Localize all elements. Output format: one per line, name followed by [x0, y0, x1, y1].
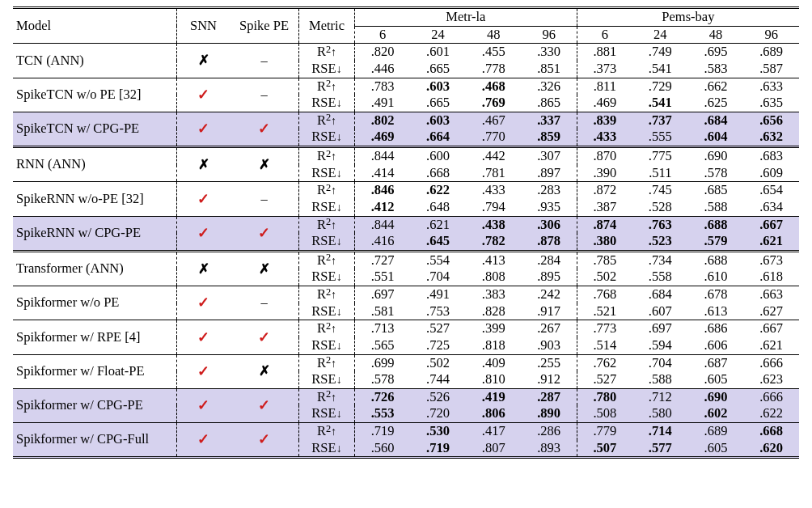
value-cell: .778	[466, 61, 522, 78]
value-cell: .704	[410, 269, 466, 286]
pe-cell: ✓	[230, 320, 299, 354]
cross-icon: ✗	[198, 157, 209, 172]
metric-r2: R2↑	[317, 389, 336, 404]
value-cell: .621	[410, 216, 466, 233]
col-metric: Metric	[299, 8, 355, 44]
value-cell: .780	[577, 388, 632, 405]
value-cell: .283	[522, 182, 577, 199]
value-cell: .851	[522, 61, 577, 78]
model-name: Spikformer w/ CPG-Full	[13, 423, 177, 458]
snn-cell: ✓	[177, 354, 230, 388]
value-cell: .719	[355, 423, 411, 440]
value-cell: .714	[632, 423, 688, 440]
value-cell: .667	[743, 216, 799, 233]
pe-cell: ✓	[230, 388, 299, 422]
value-cell: .654	[743, 182, 799, 199]
value-cell: .560	[355, 440, 411, 458]
value-cell: .775	[632, 147, 688, 165]
value-cell: .558	[632, 269, 688, 286]
check-icon: ✓	[197, 191, 209, 207]
metric-cell: R2↑	[299, 286, 355, 303]
pe-cell: –	[230, 182, 299, 216]
value-cell: .783	[355, 78, 411, 95]
value-cell: .635	[743, 95, 799, 112]
value-cell: .802	[355, 112, 411, 129]
check-icon: ✓	[197, 225, 209, 241]
value-cell: .872	[577, 182, 632, 199]
value-cell: .720	[410, 405, 466, 422]
snn-cell: ✓	[177, 388, 230, 422]
metric-r2: R2↑	[317, 320, 336, 336]
value-cell: .551	[355, 269, 411, 286]
value-cell: .846	[355, 182, 411, 199]
metric-rse: RSE↓	[311, 303, 341, 319]
value-cell: .770	[466, 129, 522, 146]
col-horizon: 6	[577, 26, 632, 44]
value-cell: .609	[743, 165, 799, 182]
snn-cell: ✓	[177, 286, 230, 320]
metric-cell: R2↑	[299, 44, 355, 61]
snn-cell: ✓	[177, 423, 230, 458]
value-cell: .618	[743, 269, 799, 286]
value-cell: .768	[577, 286, 632, 303]
value-cell: .734	[632, 251, 688, 269]
value-cell: .781	[466, 165, 522, 182]
value-cell: .603	[410, 112, 466, 129]
value-cell: .844	[355, 147, 411, 165]
value-cell: .621	[743, 233, 799, 251]
value-cell: .839	[577, 112, 632, 129]
value-cell: .526	[410, 388, 466, 405]
metric-cell: R2↑	[299, 320, 355, 337]
value-cell: .633	[743, 78, 799, 95]
check-icon: ✓	[197, 397, 209, 413]
metric-cell: R2↑	[299, 388, 355, 405]
model-name: RNN (ANN)	[13, 147, 177, 182]
value-cell: .555	[632, 129, 688, 146]
check-icon: ✓	[258, 121, 270, 137]
value-cell: .602	[688, 405, 744, 422]
value-cell: .935	[522, 199, 577, 216]
value-cell: .695	[688, 44, 744, 61]
value-cell: .782	[466, 233, 522, 251]
check-icon: ✓	[197, 329, 209, 345]
value-cell: .390	[577, 165, 632, 182]
col-spike-pe: Spike PE	[230, 8, 299, 44]
col-horizon: 24	[410, 26, 466, 44]
value-cell: .712	[632, 388, 688, 405]
table-row: Spikformer w/ RPE [4]✓✓R2↑.713.527.399.2…	[13, 320, 799, 337]
metric-rse: RSE↓	[311, 95, 341, 110]
value-cell: .627	[743, 303, 799, 320]
value-cell: .287	[522, 388, 577, 405]
value-cell: .255	[522, 354, 577, 371]
model-name: TCN (ANN)	[13, 44, 177, 78]
check-icon: ✓	[258, 397, 270, 413]
value-cell: .412	[355, 199, 411, 216]
value-cell: .763	[632, 216, 688, 233]
col-snn: SNN	[177, 8, 230, 44]
value-cell: .527	[577, 371, 632, 388]
model-name: SpikeRNN w/o-PE [32]	[13, 182, 177, 216]
metric-cell: R2↑	[299, 78, 355, 95]
col-group: Pems-bay	[577, 8, 799, 27]
metric-rse: RSE↓	[311, 233, 341, 248]
value-cell: .622	[410, 182, 466, 199]
value-cell: .468	[466, 78, 522, 95]
value-cell: .678	[688, 286, 744, 303]
value-cell: .870	[577, 147, 632, 165]
value-cell: .881	[577, 44, 632, 61]
value-cell: .690	[688, 388, 744, 405]
value-cell: .414	[355, 165, 411, 182]
metric-rse: RSE↓	[311, 371, 341, 387]
metric-cell: R2↑	[299, 182, 355, 199]
metric-cell: RSE↓	[299, 337, 355, 354]
value-cell: .794	[466, 199, 522, 216]
value-cell: .387	[577, 199, 632, 216]
value-cell: .663	[743, 286, 799, 303]
value-cell: .469	[577, 95, 632, 112]
value-cell: .587	[743, 61, 799, 78]
value-cell: .893	[522, 440, 577, 458]
value-cell: .502	[410, 354, 466, 371]
cross-icon: ✗	[198, 53, 209, 68]
value-cell: .685	[688, 182, 744, 199]
value-cell: .807	[466, 440, 522, 458]
